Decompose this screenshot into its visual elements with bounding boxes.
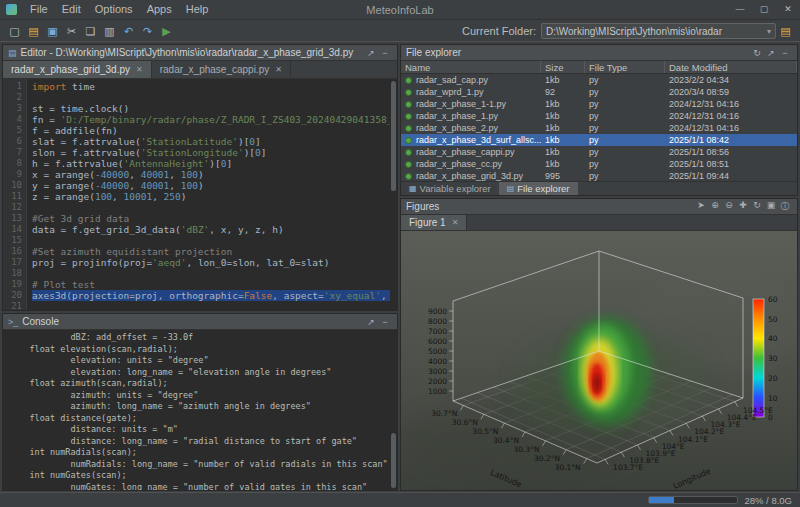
file-row[interactable]: radar_x_phase_1.py1kbpy2024/12/31 04:16 [401, 110, 797, 122]
code-line[interactable]: proj = projinfo(proj='aeqd', lon_0=slon,… [32, 257, 390, 268]
tab-close-icon[interactable]: ✕ [275, 65, 282, 74]
cut-icon[interactable]: ✂ [62, 25, 81, 38]
menu-options[interactable]: Options [88, 0, 140, 19]
column-header-date-modified[interactable]: Date Modified [665, 61, 797, 73]
refresh-icon[interactable]: ↻ [750, 48, 764, 58]
figures-panel: Figures ➤⊕⊖✚↻▣ⓘ Figure 1 ✕ [400, 198, 798, 491]
code-line[interactable]: x = arange(-40000, 40001, 100) [32, 169, 390, 180]
variable-explorer-icon: ▦ [409, 184, 417, 193]
code-line[interactable]: #Get 3d grid data [32, 213, 390, 224]
code-line[interactable] [32, 202, 390, 213]
bottom-tab-file-explorer[interactable]: ▤File explorer [499, 182, 578, 195]
run-icon[interactable]: ▶ [157, 25, 176, 38]
copy-icon[interactable]: ❏ [81, 25, 100, 38]
file-row[interactable]: radar_x_phase_2.py1kbpy2024/12/31 04:16 [401, 122, 797, 134]
line-number: 8 [3, 158, 22, 169]
code-line[interactable] [32, 235, 390, 246]
undo-icon[interactable]: ↶ [119, 25, 138, 38]
line-number: 18 [3, 268, 22, 279]
code-line[interactable]: st = time.clock() [32, 103, 390, 114]
code-line[interactable]: f = addfile(fn) [32, 125, 390, 136]
code-line[interactable] [32, 268, 390, 279]
editor-tab-radar-x-phase-grid-3d-py[interactable]: radar_x_phase_grid_3d.py✕ [3, 61, 152, 78]
bottom-tab-variable-explorer[interactable]: ▦Variable explorer [401, 182, 499, 195]
chevron-down-icon[interactable]: ▾ [763, 27, 771, 36]
code-line[interactable]: # Plot test [32, 279, 390, 290]
open-folder-icon[interactable]: ▤ [24, 25, 43, 38]
column-header-size[interactable]: Size [541, 61, 585, 73]
figure-tab[interactable]: Figure 1 ✕ [401, 215, 467, 230]
zoom-out-icon[interactable]: ⊖ [722, 200, 736, 213]
code-line[interactable]: #Set azimuth equidistant projection [32, 246, 390, 257]
select-icon[interactable]: ➤ [694, 200, 708, 213]
code-line[interactable]: import time [32, 81, 390, 92]
memory-usage-bar[interactable] [648, 496, 738, 504]
file-explorer-header: File explorer ↻ ↗ − [401, 45, 797, 61]
z-tick-label: 6000 [428, 337, 447, 346]
editor-tab-label: radar_x_phase_cappi.py [160, 64, 270, 75]
column-header-name[interactable]: Name [401, 61, 541, 73]
maximize-button[interactable]: ▢ [752, 0, 776, 19]
browse-folder-icon[interactable]: ▤ [776, 25, 795, 38]
z-tick-label: 7000 [428, 327, 447, 336]
code-line[interactable]: axes3d(projection=proj, orthographic=Fal… [32, 290, 390, 301]
file-row[interactable]: radar_x_phase_cappi.py1kbpy2025/1/1 08:5… [401, 146, 797, 158]
code-line[interactable]: slat = f.attrvalue('StationLatitude')[0] [32, 136, 390, 147]
column-header-file-type[interactable]: File Type [585, 61, 665, 73]
float-panel-icon[interactable]: ↗ [364, 48, 378, 58]
editor-scrollbar[interactable] [390, 79, 397, 310]
float-panel-icon[interactable]: ↗ [364, 317, 378, 327]
tab-close-icon[interactable]: ✕ [452, 218, 459, 227]
console-output[interactable]: dBZ: add_offset = -33.0f float elevation… [3, 330, 390, 490]
zoom-in-icon[interactable]: ⊕ [708, 200, 722, 213]
close-button[interactable]: ✕ [776, 0, 800, 19]
editor-code-area[interactable]: import timest = time.clock()fn = 'D:/Tem… [27, 79, 390, 310]
file-modified: 2025/1/1 08:56 [665, 147, 797, 157]
line-number: 10 [3, 180, 22, 191]
rotate-icon[interactable]: ↻ [750, 200, 764, 213]
info-icon[interactable]: ⓘ [778, 200, 792, 213]
pan-icon[interactable]: ✚ [736, 200, 750, 213]
code-line[interactable] [32, 92, 390, 103]
colorbar [753, 299, 764, 417]
code-line[interactable]: h = f.attrvalue('AntennaHeight')[0] [32, 158, 390, 169]
menu-help[interactable]: Help [179, 0, 216, 19]
file-name: radar_x_phase_2.py [416, 123, 498, 133]
code-line[interactable]: data = f.get_grid_3d_data('dBZ', x, y, z… [32, 224, 390, 235]
console-scrollbar[interactable] [390, 330, 397, 490]
menu-apps[interactable]: Apps [140, 0, 179, 19]
redo-icon[interactable]: ↷ [138, 25, 157, 38]
menu-file[interactable]: File [23, 0, 55, 19]
minimize-panel-icon[interactable]: − [778, 48, 792, 58]
code-line[interactable]: fn = 'D:/Temp/binary/radar/phase/Z_RADR_… [32, 114, 390, 125]
file-name: radar_sad_cap.py [416, 75, 488, 85]
tab-close-icon[interactable]: ✕ [136, 65, 143, 74]
code-line[interactable] [32, 301, 390, 310]
new-file-icon[interactable]: ▢ [5, 25, 24, 38]
file-type: py [585, 171, 665, 181]
paste-icon[interactable]: ▥ [100, 25, 119, 38]
code-line[interactable]: y = arange(-40000, 40001, 100) [32, 180, 390, 191]
editor-icon: ▤ [8, 48, 17, 58]
file-name: radar_x_phase_cappi.py [416, 147, 515, 157]
app-logo-icon [6, 4, 17, 15]
python-file-icon [405, 125, 412, 132]
float-panel-icon[interactable]: ↗ [764, 48, 778, 58]
code-line[interactable]: z = arange(100, 10001, 250) [32, 191, 390, 202]
minimize-panel-icon[interactable]: − [378, 317, 392, 327]
menu-edit[interactable]: Edit [55, 0, 88, 19]
file-row[interactable]: radar_x_phase_1-1.py1kbpy2024/12/31 04:1… [401, 98, 797, 110]
current-folder-combobox[interactable]: D:\Working\MIScript\Jython\mis\io\radar … [541, 23, 776, 39]
file-row[interactable]: radar_x_phase_cc.py1kbpy2025/1/1 08:51 [401, 158, 797, 170]
save-icon[interactable]: ▣ [43, 25, 62, 38]
file-row[interactable]: radar_sad_cap.py1kbpy2023/2/2 04:34 [401, 74, 797, 86]
editor-tab-radar-x-phase-cappi-py[interactable]: radar_x_phase_cappi.py✕ [152, 61, 291, 78]
z-tick-label: 2000 [428, 377, 447, 386]
figure-canvas[interactable]: 90008000700060005000400030002000100030.7… [401, 231, 797, 490]
minimize-button[interactable]: — [728, 0, 752, 19]
full-extent-icon[interactable]: ▣ [764, 200, 778, 213]
minimize-panel-icon[interactable]: − [378, 48, 392, 58]
file-row[interactable]: radar_wprd_1.py92py2020/3/4 08:59 [401, 86, 797, 98]
file-row[interactable]: radar_x_phase_3d_surf_allsc...1kbpy2025/… [401, 134, 797, 146]
code-line[interactable]: slon = f.attrvalue('StationLongitude')[0… [32, 147, 390, 158]
